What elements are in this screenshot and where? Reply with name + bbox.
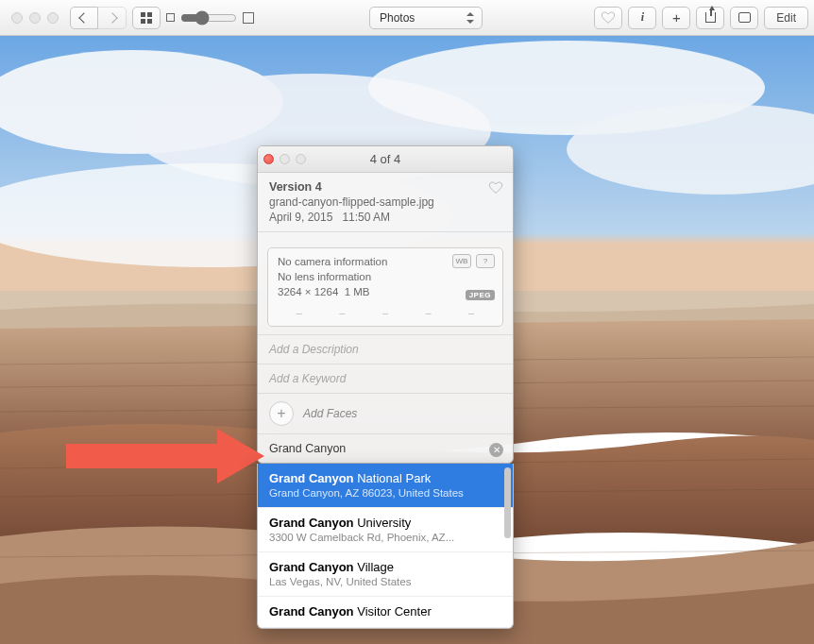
info-window-controls xyxy=(263,154,306,164)
description-input[interactable]: Add a Description xyxy=(269,343,359,356)
heart-icon xyxy=(601,10,616,25)
chevron-left-icon xyxy=(78,12,89,23)
keyword-section[interactable]: Add a Keyword xyxy=(258,364,513,394)
toolbar-right: i + Edit xyxy=(594,7,808,29)
location-suggestion-item[interactable]: Grand Canyon VillageLas Vegas, NV, Unite… xyxy=(258,552,513,597)
rotate-icon xyxy=(738,12,751,23)
dropdown-scrollbar[interactable] xyxy=(504,467,511,624)
keyword-input[interactable]: Add a Keyword xyxy=(269,372,346,385)
plus-icon: + xyxy=(672,9,681,25)
share-icon xyxy=(705,12,716,23)
location-suggestion-item[interactable]: Grand Canyon National ParkGrand Canyon, … xyxy=(258,464,513,508)
location-suggestions-dropdown: Grand Canyon National ParkGrand Canyon, … xyxy=(257,464,514,629)
back-button[interactable] xyxy=(70,7,98,29)
photos-app-window: Photos i + Edit xyxy=(0,0,814,644)
nav-group xyxy=(70,7,127,29)
help-icon[interactable]: ? xyxy=(476,254,495,268)
favorite-button[interactable] xyxy=(594,7,622,29)
white-balance-icon[interactable]: WB xyxy=(452,254,471,268)
info-close-button[interactable] xyxy=(263,154,274,164)
heart-icon xyxy=(488,180,503,195)
fullscreen-window-button[interactable] xyxy=(47,12,59,24)
add-button[interactable]: + xyxy=(662,7,690,29)
location-section[interactable]: Grand Canyon ✕ xyxy=(258,434,513,463)
close-icon: ✕ xyxy=(493,446,500,455)
location-suggestion-item[interactable]: Grand Canyon Visitor Center xyxy=(258,597,513,628)
zoom-out-icon xyxy=(166,13,175,22)
edit-button[interactable]: Edit xyxy=(764,7,808,29)
plus-icon: + xyxy=(277,405,285,422)
jpeg-badge: JPEG xyxy=(466,290,495,300)
window-controls xyxy=(6,12,64,24)
info-panel-header: 4 of 4 xyxy=(258,146,513,173)
exif-placeholder-row: ––––– xyxy=(278,301,493,326)
chevron-right-icon xyxy=(107,12,117,23)
sidebar-toggle-button[interactable] xyxy=(132,7,161,29)
location-suggestion-item[interactable]: Grand Canyon University3300 W Camelback … xyxy=(258,508,513,552)
meta-action-icons: WB ? xyxy=(452,254,495,268)
faces-section[interactable]: + Add Faces xyxy=(258,394,513,434)
info-version: Version 4 xyxy=(269,180,501,194)
lens-info: No lens information xyxy=(278,271,493,282)
sidebar-icon xyxy=(141,12,152,24)
info-icon: i xyxy=(641,10,644,25)
info-datetime: April 9, 2015 11:50 AM xyxy=(269,211,501,224)
location-input[interactable]: Grand Canyon xyxy=(269,442,346,455)
info-metadata: WB ? No camera information No lens infor… xyxy=(258,232,513,335)
dimensions-size: 3264 × 1264 1 MB xyxy=(278,286,493,297)
description-section[interactable]: Add a Description xyxy=(258,335,513,364)
zoom-slider[interactable] xyxy=(180,10,237,25)
faces-label: Add Faces xyxy=(303,407,357,420)
share-button[interactable] xyxy=(696,7,724,29)
content-area: 4 of 4 Version 4 grand-canyon-flipped-sa… xyxy=(0,36,814,644)
info-summary: Version 4 grand-canyon-flipped-sample.jp… xyxy=(258,173,513,232)
close-window-button[interactable] xyxy=(11,12,23,24)
clear-location-button[interactable]: ✕ xyxy=(489,443,503,457)
view-mode-label: Photos xyxy=(380,11,415,25)
zoom-in-icon xyxy=(243,12,254,24)
titlebar: Photos i + Edit xyxy=(0,0,814,36)
add-face-button[interactable]: + xyxy=(269,401,294,426)
info-filename: grand-canyon-flipped-sample.jpg xyxy=(269,195,501,209)
forward-button[interactable] xyxy=(98,7,127,29)
info-panel-title: 4 of 4 xyxy=(370,152,401,166)
info-zoom-button[interactable] xyxy=(296,154,306,164)
zoom-control xyxy=(166,10,254,25)
info-minimize-button[interactable] xyxy=(280,154,290,164)
view-mode-select[interactable]: Photos xyxy=(369,7,483,29)
info-button[interactable]: i xyxy=(628,7,656,29)
info-favorite-button[interactable] xyxy=(488,180,503,198)
info-panel: 4 of 4 Version 4 grand-canyon-flipped-sa… xyxy=(257,145,514,464)
minimize-window-button[interactable] xyxy=(29,12,41,24)
rotate-button[interactable] xyxy=(730,7,758,29)
